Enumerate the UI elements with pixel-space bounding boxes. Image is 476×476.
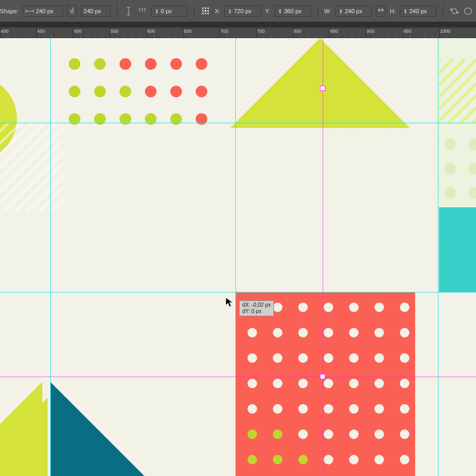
artwork-triangle [230,38,320,128]
options-bar: Shape: 240 px 240 px ▲▼ 0 px X: ▲▼ 720 p… [0,0,476,22]
transform-tooltip: dX: -0,02 px dY: 0 px [239,300,274,316]
x-value: 720 px [234,8,258,14]
ruler-label: 950 [404,29,411,34]
svg-rect-13 [457,12,458,13]
svg-point-2 [144,8,145,10]
vertical-stretch-icon[interactable] [124,5,133,17]
baseline-field[interactable]: ▲▼ 0 px [151,5,188,17]
attach-value: 240 px [84,8,108,14]
artwork-tile [439,207,476,292]
artwork-triangle [50,382,177,476]
svg-point-0 [139,8,140,10]
ruler-label: 800 [294,29,301,34]
artwork-triangle [0,382,42,476]
w-value: 240 px [345,8,369,14]
x-label: X: [215,8,220,14]
tooltip-dx: dX: -0,02 px [242,302,271,308]
selection-handle[interactable] [321,374,325,379]
svg-rect-9 [202,13,204,14]
width-icon [25,8,34,14]
w-field[interactable]: ▲▼ 240 px [335,5,372,17]
guide-horizontal[interactable] [0,292,476,292]
ruler-label: 500 [74,29,81,34]
spinner-icon: ▲▼ [278,8,282,14]
svg-rect-8 [207,10,209,12]
h-label: H: [390,8,396,14]
selection-handle[interactable] [321,86,325,90]
svg-rect-11 [207,13,209,14]
selection-guide-vertical [323,38,323,476]
ruler-label: 400 [1,29,8,34]
spinner-icon: ▲▼ [339,8,343,14]
reference-point-icon[interactable] [201,5,210,17]
separator [194,4,195,19]
ruler-label: 450 [37,29,45,34]
svg-rect-3 [202,7,204,9]
separator [317,4,318,19]
x-field[interactable]: ▲▼ 720 px [224,5,261,17]
spinner-icon: ▲▼ [404,8,407,14]
spinner-icon: ▲▼ [228,8,232,14]
svg-point-1 [142,8,143,10]
w-label: W: [324,8,331,14]
svg-rect-7 [205,10,206,12]
ruler-label: 850 [330,29,338,34]
ruler-label: 1000 [440,29,451,34]
tooltip-dy: dY: 0 px [242,308,271,315]
h-field[interactable]: ▲▼ 240 px [400,5,436,17]
distribute-icon[interactable] [138,5,147,17]
artwork-stripes [439,59,476,123]
guide-vertical[interactable] [235,38,236,476]
tab-strip [0,22,476,28]
artwork-stripes [320,128,436,207]
ruler-label: 650 [184,29,191,34]
svg-rect-12 [451,9,452,10]
artwork-stripes [0,123,63,213]
svg-rect-6 [202,10,204,12]
warp-icon[interactable] [463,5,473,17]
svg-rect-4 [205,7,206,9]
spinner-icon: ▲▼ [155,8,159,14]
ruler-label: 750 [257,29,265,34]
svg-rect-10 [205,13,206,14]
svg-rect-5 [207,7,209,9]
y-field[interactable]: ▲▼ 360 px [274,5,311,17]
y-label: Y: [265,8,270,14]
baseline-value: 0 px [161,8,185,14]
attach-icon[interactable] [67,5,77,17]
selection-guide-horizontal [0,377,476,377]
shape-width-field[interactable]: 240 px [23,5,63,17]
guide-vertical[interactable] [50,38,51,476]
canvas[interactable]: dX: -0,02 px dY: 0 px [0,38,476,476]
ruler-label: 550 [111,29,118,34]
y-value: 360 px [284,8,308,14]
horizontal-ruler[interactable]: 4004505005506006507007508008509009501000… [0,28,476,38]
separator [117,4,117,19]
shape-width-value: 240 px [36,8,60,14]
ruler-label: 600 [147,29,155,34]
attach-value-field[interactable]: 240 px [81,5,111,17]
ruler-label: 700 [220,29,228,34]
link-wh-icon[interactable] [376,5,386,17]
h-value: 240 px [409,8,434,14]
free-transform-icon[interactable] [450,5,459,17]
move-cursor-icon [225,297,235,308]
separator [443,4,443,19]
guide-horizontal[interactable] [0,123,476,123]
shape-label: Shape: [0,8,19,14]
ruler-label: 900 [367,29,374,34]
guide-vertical[interactable] [438,38,438,476]
artwork-triangle [320,38,410,128]
